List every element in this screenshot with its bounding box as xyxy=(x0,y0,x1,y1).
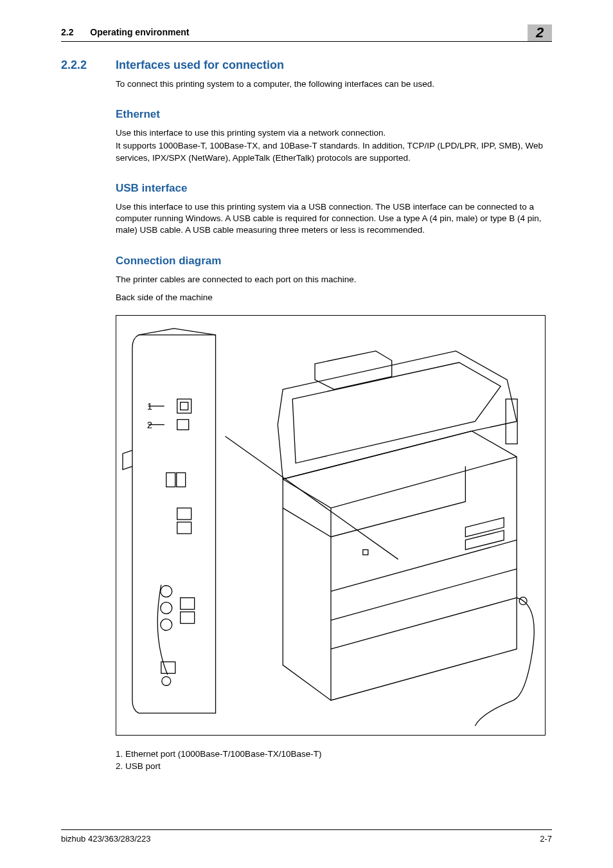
ethernet-p2: It supports 1000Base-T, 100Base-TX, and … xyxy=(116,140,552,163)
header-section-num: 2.2 xyxy=(61,27,73,37)
svg-rect-5 xyxy=(166,473,175,487)
svg-rect-0 xyxy=(177,399,191,413)
heading-title: Interfaces used for connection xyxy=(116,59,284,72)
svg-line-19 xyxy=(225,436,398,559)
usb-heading: USB interface xyxy=(116,182,552,195)
svg-rect-3 xyxy=(177,419,189,429)
heading-2-2-2: 2.2.2 Interfaces used for connection xyxy=(61,59,552,72)
svg-rect-6 xyxy=(177,473,186,487)
usb-p1: Use this interface to use this printing … xyxy=(116,201,552,237)
legend-item-2: 2. USB port xyxy=(116,761,552,773)
header-left: 2.2 Operating environment xyxy=(61,27,189,37)
svg-rect-1 xyxy=(181,402,188,410)
header-section-title: Operating environment xyxy=(90,27,189,37)
footer-left: bizhub 423/363/283/223 xyxy=(61,834,151,844)
diagram-p2: Back side of the machine xyxy=(116,292,552,303)
heading-number: 2.2.2 xyxy=(61,59,116,72)
svg-rect-10 xyxy=(181,612,195,624)
diagram-p1: The printer cables are connected to each… xyxy=(116,274,552,285)
page-footer: bizhub 423/363/283/223 2-7 xyxy=(61,829,552,844)
diagram-heading: Connection diagram xyxy=(116,255,552,267)
diagram-svg: 1 2 xyxy=(116,316,545,735)
callout-2: 2 xyxy=(147,419,152,430)
chapter-badge: 2 xyxy=(528,24,552,41)
page-header: 2.2 Operating environment 2 xyxy=(61,24,552,42)
intro-paragraph: To connect this printing system to a com… xyxy=(116,78,552,90)
chapter-number: 2 xyxy=(536,24,544,41)
svg-rect-9 xyxy=(181,598,195,610)
connection-diagram: 1 2 xyxy=(116,315,546,736)
svg-rect-7 xyxy=(177,508,191,520)
footer-right: 2-7 xyxy=(540,834,552,844)
callout-1: 1 xyxy=(147,401,152,411)
svg-point-11 xyxy=(161,586,172,597)
svg-point-12 xyxy=(161,602,172,614)
diagram-legend: 1. Ethernet port (1000Base-T/100Base-TX/… xyxy=(116,748,552,773)
ethernet-heading: Ethernet xyxy=(116,108,552,121)
ethernet-p1: Use this interface to use this printing … xyxy=(116,127,552,139)
svg-rect-17 xyxy=(363,550,368,555)
svg-point-15 xyxy=(162,676,171,685)
svg-rect-8 xyxy=(177,522,191,534)
legend-item-1: 1. Ethernet port (1000Base-T/100Base-TX/… xyxy=(116,748,552,761)
svg-point-13 xyxy=(161,619,172,631)
